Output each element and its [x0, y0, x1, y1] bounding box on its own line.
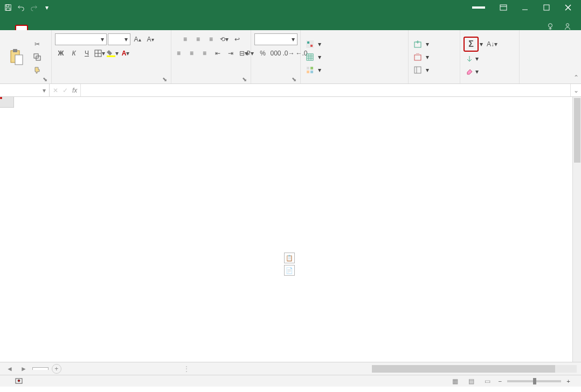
- launcher-icon[interactable]: ⬊: [42, 76, 48, 82]
- underline-icon[interactable]: Ч: [81, 47, 93, 59]
- align-top-icon[interactable]: ≡: [179, 33, 191, 45]
- paste-button[interactable]: [3, 39, 29, 75]
- launcher-icon[interactable]: ⬊: [241, 76, 247, 82]
- tab-developer[interactable]: [106, 24, 119, 30]
- tab-file[interactable]: [2, 24, 15, 30]
- select-all-corner[interactable]: [0, 97, 14, 108]
- align-left-icon[interactable]: ≡: [173, 47, 185, 59]
- vertical-scrollbar[interactable]: [572, 97, 581, 362]
- conditional-formatting-button[interactable]: ▾: [304, 38, 323, 50]
- undo-icon[interactable]: [15, 2, 27, 13]
- tab-home[interactable]: [15, 25, 28, 30]
- autofill-options-icon[interactable]: 📄: [284, 265, 295, 276]
- formula-bar: ▾ ✕ ✓ fx ⌄: [0, 84, 581, 97]
- align-middle-icon[interactable]: ≡: [192, 33, 204, 45]
- orientation-icon[interactable]: ⟲▾: [218, 33, 230, 45]
- fx-icon[interactable]: fx: [72, 87, 77, 94]
- add-sheet-icon[interactable]: +: [52, 364, 61, 374]
- expand-formula-bar-icon[interactable]: ⌄: [570, 84, 581, 96]
- sheet-tab-bar: ◄ ► + ⋮: [0, 362, 581, 375]
- tab-review[interactable]: [80, 24, 93, 30]
- tab-insert[interactable]: [28, 24, 41, 30]
- minimize-icon[interactable]: [514, 0, 536, 15]
- sort-filter-icon[interactable]: A↓▾: [486, 38, 498, 50]
- comma-icon[interactable]: 000: [270, 47, 282, 59]
- launcher-icon[interactable]: ⬊: [290, 76, 297, 82]
- zoom-in-icon[interactable]: +: [566, 378, 570, 384]
- chevron-down-icon[interactable]: ▾: [480, 40, 483, 48]
- horizontal-scrollbar[interactable]: [372, 365, 577, 373]
- launcher-icon[interactable]: ⬊: [161, 76, 168, 82]
- font-size-combo[interactable]: ▾: [108, 33, 130, 45]
- tab-data[interactable]: [67, 24, 80, 30]
- increase-font-icon[interactable]: A▴: [132, 33, 143, 45]
- increase-decimal-icon[interactable]: .0→: [283, 47, 295, 59]
- svg-rect-23: [414, 55, 421, 60]
- delete-cells-button[interactable]: ▾: [412, 51, 431, 63]
- paste-options-icon[interactable]: 📋: [284, 253, 295, 263]
- copy-icon[interactable]: [31, 51, 43, 63]
- decrease-font-icon[interactable]: A▾: [144, 33, 156, 45]
- sheet-nav-next-icon[interactable]: ►: [18, 365, 29, 373]
- currency-icon[interactable]: ₽▾: [244, 47, 256, 59]
- number-format-combo[interactable]: ▾: [254, 33, 298, 45]
- decrease-indent-icon[interactable]: ⇤: [212, 47, 224, 59]
- svg-rect-18: [307, 67, 309, 69]
- sheet-tab[interactable]: [32, 367, 49, 370]
- close-icon[interactable]: [557, 0, 579, 15]
- svg-rect-13: [107, 55, 115, 57]
- font-color-icon[interactable]: А▾: [120, 47, 132, 59]
- format-cells-button[interactable]: ▾: [412, 64, 431, 76]
- quick-access-toolbar: ▾: [2, 2, 53, 13]
- align-bottom-icon[interactable]: ≡: [205, 33, 217, 45]
- maximize-icon[interactable]: [536, 0, 557, 15]
- cell-styles-button[interactable]: ▾: [304, 64, 323, 76]
- tell-me[interactable]: [547, 23, 556, 30]
- align-right-icon[interactable]: ≡: [199, 47, 211, 59]
- name-box[interactable]: ▾: [0, 84, 50, 96]
- tab-view[interactable]: [93, 24, 106, 30]
- svg-rect-9: [15, 55, 23, 65]
- clear-button[interactable]: ▾: [464, 66, 498, 78]
- zoom-out-icon[interactable]: −: [499, 378, 502, 384]
- cancel-formula-icon[interactable]: ✕: [53, 87, 58, 94]
- spreadsheet-grid[interactable]: 📋 📄: [0, 97, 581, 362]
- tab-help[interactable]: [119, 24, 132, 30]
- format-painter-icon[interactable]: [31, 64, 43, 76]
- svg-point-26: [18, 380, 20, 382]
- sheet-nav-prev-icon[interactable]: ◄: [4, 365, 15, 373]
- font-name-combo[interactable]: ▾: [55, 33, 107, 45]
- insert-cells-button[interactable]: ▾: [412, 38, 431, 50]
- tab-layout[interactable]: [41, 24, 54, 30]
- save-icon[interactable]: [2, 2, 14, 13]
- format-as-table-button[interactable]: ▾: [304, 51, 323, 63]
- svg-rect-3: [500, 5, 507, 10]
- tab-formulas[interactable]: [54, 24, 67, 30]
- page-break-view-icon[interactable]: ▭: [482, 377, 493, 386]
- redo-icon[interactable]: [28, 2, 40, 13]
- qat-customize-icon[interactable]: ▾: [41, 2, 53, 13]
- zoom-slider[interactable]: [507, 380, 561, 382]
- collapse-ribbon-icon[interactable]: ⌃: [573, 74, 579, 81]
- fill-button[interactable]: ▾: [464, 53, 498, 65]
- percent-icon[interactable]: %: [257, 47, 269, 59]
- svg-rect-4: [544, 5, 549, 10]
- align-center-icon[interactable]: ≡: [186, 47, 198, 59]
- autosum-button[interactable]: Σ: [464, 37, 479, 52]
- login-button[interactable]: [472, 6, 485, 9]
- wrap-text-icon[interactable]: ↩: [231, 33, 243, 45]
- ribbon-display-icon[interactable]: [493, 0, 514, 15]
- fill-color-icon[interactable]: ▾: [107, 47, 119, 59]
- cut-icon[interactable]: ✂: [31, 38, 43, 50]
- enter-formula-icon[interactable]: ✓: [63, 87, 68, 94]
- increase-indent-icon[interactable]: ⇥: [225, 47, 237, 59]
- bold-icon[interactable]: Ж: [55, 47, 67, 59]
- normal-view-icon[interactable]: ▦: [450, 377, 461, 386]
- svg-rect-21: [310, 71, 313, 73]
- italic-icon[interactable]: К: [68, 47, 80, 59]
- macro-record-icon[interactable]: [15, 377, 23, 386]
- formula-input[interactable]: [81, 84, 570, 96]
- border-icon[interactable]: ▾: [94, 47, 106, 59]
- page-layout-view-icon[interactable]: ▤: [466, 377, 477, 386]
- share-button[interactable]: [564, 23, 573, 30]
